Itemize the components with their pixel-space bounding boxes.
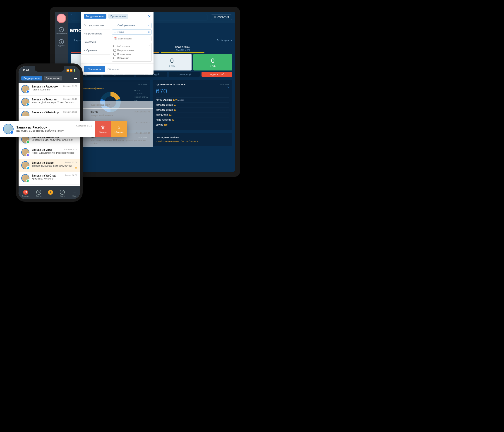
- popover-filters: Сообщения чата✕ Skype✕ 📅За все время Выб…: [110, 21, 153, 64]
- tab-bar: ✉Входящие $Сделки + ✓Задачи •••Еще: [18, 186, 80, 199]
- tg-badge-icon: ✈: [26, 103, 29, 106]
- check-select-all[interactable]: Выбрать все: [113, 44, 150, 48]
- tab-add[interactable]: +: [48, 190, 53, 197]
- trash-icon: 🗑: [101, 125, 105, 130]
- chat-row[interactable]: f Заявка из Facebook Валерий: Вышлите на…: [0, 121, 95, 137]
- chat-preview: Валерий: Вышлите на рабочую почту: [16, 129, 64, 132]
- tab-inbox[interactable]: Входящие чаты: [84, 14, 106, 19]
- filter-date[interactable]: 📅За все время: [112, 36, 152, 41]
- nav-dashboard[interactable]: Рабочий стол: [55, 25, 68, 37]
- avatar: ✈: [21, 98, 29, 106]
- check-fav[interactable]: Избранные: [113, 56, 150, 60]
- chat-preview: Никита: Доброе утро. Хотел бы посм: [32, 101, 77, 104]
- managers-total: 670: [156, 87, 229, 95]
- avatar: ✆: [21, 174, 29, 182]
- avatar: f: [3, 124, 14, 134]
- phone-header: Входящие чаты Прочитанные •••: [18, 74, 80, 83]
- sk-badge-icon: S: [26, 166, 29, 169]
- user-avatar[interactable]: [57, 14, 66, 23]
- filter-item[interactable]: За сегодня: [81, 38, 110, 46]
- wa-badge-icon: ✆: [26, 140, 29, 143]
- chat-time: Сегодня, 11:56: [63, 85, 77, 87]
- chat-row[interactable]: eva: как продажи?: [81, 101, 153, 109]
- check-unread[interactable]: Непрочитанные: [113, 48, 150, 52]
- apply-button[interactable]: Применить: [84, 66, 105, 72]
- dollar-icon: $: [36, 190, 41, 195]
- tablet-main: СОБЫТИЯ amoCRM Неделя Месяц Все Мои Наст…: [68, 12, 235, 172]
- chat-row[interactable]: ✈ Заявка из TelegramНикита: Доброе утро.…: [18, 96, 80, 109]
- gauge-icon: [59, 27, 64, 32]
- widget-managers: СДЕЛКИ ПО МЕНЕДЖЕРАМ за сегодня0 670 Арт…: [153, 80, 232, 130]
- manager-row[interactable]: Мила Нечипорук 97: [156, 102, 229, 107]
- pipe-card-success[interactable]: 00 руб: [193, 54, 233, 70]
- tab-read[interactable]: Прочитанные: [44, 76, 63, 80]
- stage-col: NEGOTIATION0 сделок, 0 руб: [161, 46, 205, 53]
- check-icon: ✓: [60, 190, 65, 195]
- manager-row[interactable]: Другие 259: [156, 122, 229, 127]
- inbox-icon: ✉: [23, 190, 28, 195]
- tab-read[interactable]: Прочитанные: [108, 14, 128, 19]
- clear-icon[interactable]: ✕: [148, 24, 150, 27]
- chat-row[interactable]: 927707vskaya: изображение31.01.2019 13:4…: [81, 109, 153, 119]
- clear-icon[interactable]: ✕: [148, 31, 150, 33]
- close-icon[interactable]: ✕: [148, 14, 151, 19]
- sub-chip-lost: 0 сделок, 0 руб: [201, 72, 232, 77]
- wa-badge-icon: ✆: [26, 116, 29, 116]
- chat-row[interactable]: S Заявка из SkypeВиктор: Высылаю Вам ком…: [18, 159, 80, 172]
- chat-time: Сегодня, 9:31: [76, 121, 92, 127]
- pipe-card[interactable]: 00 руб: [152, 54, 191, 70]
- chat-row[interactable]: ✆ Заявка из WhatsApp Сегодня, 10:05: [18, 109, 80, 116]
- chat-row-body: Заявка из Facebook Валерий: Вышлите на р…: [16, 126, 64, 132]
- chat-time: Вчера, 17:02: [65, 161, 77, 163]
- filter-item[interactable]: Непрочитанные: [81, 29, 110, 38]
- chat-preview: Екатерина: Да, получила. Спасибо!: [32, 139, 77, 141]
- dollar-icon: [59, 39, 64, 44]
- more-icon: •••: [72, 190, 77, 195]
- chat-time: Вчера, 16:36: [65, 174, 77, 176]
- filter-item[interactable]: Избранные: [81, 46, 110, 55]
- manager-row[interactable]: Артём Одинцов 139 сделок: [156, 97, 229, 102]
- tab-inbox[interactable]: ✉Входящие: [22, 190, 29, 197]
- avatar: S: [21, 161, 29, 169]
- calendar-icon: 📅: [114, 38, 117, 40]
- sub-chip: 0 сделок, 0 руб: [169, 72, 199, 77]
- swiped-chat-row: f Заявка из Facebook Валерий: Вышлите на…: [0, 121, 127, 137]
- chat-row[interactable]: ✆ Заявка из WeChatКристина: Конечно Вчер…: [18, 172, 80, 185]
- chat-row[interactable]: f Заявка из FacebookАлена: Конечно Сегод…: [18, 83, 80, 96]
- tab-deals[interactable]: $Сделки: [36, 190, 41, 197]
- nav-deals[interactable]: Сделки: [55, 37, 68, 49]
- chat-preview: Алена: Конечно: [32, 88, 77, 91]
- check-read[interactable]: Прочитанные: [113, 52, 150, 56]
- filter-item[interactable]: Все уведомления: [81, 21, 110, 29]
- chat-time: Сегодня, 10:16: [63, 98, 77, 100]
- widget-files: ПОСЛЕДНИЕ ФАЙЛЫ Недостаточно данных для …: [153, 133, 232, 146]
- facebook-badge-icon: f: [10, 131, 14, 134]
- manager-row[interactable]: Mike Eremin 52: [156, 112, 229, 117]
- chat-time: Сегодня, 9:07: [64, 148, 77, 150]
- chat-preview: Кристина: Конечно: [32, 177, 77, 180]
- chat-row[interactable]: ✆ Заявка из Viber Сегодня, 9:07: [18, 185, 80, 186]
- chat-preview: Иван: Здравствуйте. Расскажите про: [32, 151, 77, 154]
- filter-select-source[interactable]: Skype✕: [112, 29, 152, 35]
- stage-col-empty: [206, 46, 232, 53]
- today-label: за сегодня0: [220, 83, 229, 88]
- tab-inbox[interactable]: Входящие чаты: [21, 76, 42, 80]
- status-icons: 📶 📶 🔋: [66, 69, 76, 72]
- chat-row[interactable]: ✆ Заявка из ViberИван: Здравствуйте. Рас…: [18, 146, 80, 159]
- star-icon: ★: [75, 166, 77, 169]
- events-button[interactable]: СОБЫТИЯ: [211, 15, 232, 20]
- tab-more[interactable]: •••Еще: [72, 190, 77, 197]
- popover-sidebar: Все уведомления Непрочитанные За сегодня…: [81, 21, 110, 64]
- chat-title: Заявка из Facebook: [16, 126, 64, 129]
- tab-tasks[interactable]: ✓Задачи: [60, 190, 65, 197]
- delete-button[interactable]: 🗑Удалить: [95, 121, 111, 137]
- manager-row[interactable]: Мила Нечипорук 83: [156, 107, 229, 112]
- fb-badge-icon: f: [26, 90, 29, 93]
- reset-button[interactable]: Сбросить: [108, 66, 119, 72]
- popover-footer: Применить Сбросить: [81, 64, 153, 75]
- more-icon[interactable]: •••: [74, 77, 77, 80]
- manager-row[interactable]: Анна Кутузова 40: [156, 117, 229, 122]
- settings-link[interactable]: Настроить: [216, 39, 232, 42]
- favorite-button[interactable]: ☆Избранное: [111, 121, 127, 137]
- filter-select-type[interactable]: Сообщения чата✕: [112, 23, 152, 28]
